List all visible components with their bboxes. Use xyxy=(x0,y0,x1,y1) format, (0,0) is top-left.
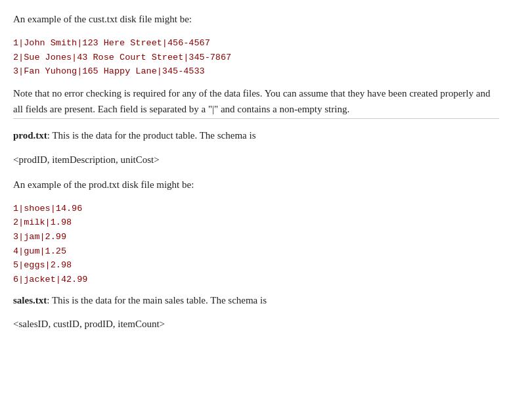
sales-schema-section: <salesID, custID, prodID, itemCount> xyxy=(13,317,499,332)
prod-code-line-4: 4|gum|1.25 xyxy=(13,244,499,259)
note-section: Note that no error checking is required … xyxy=(13,85,499,119)
cust-code-line-2: 2|Sue Jones|43 Rose Court Street|345-786… xyxy=(13,51,499,65)
sales-schema-text: <salesID, custID, prodID, itemCount> xyxy=(13,317,499,332)
prod-code-line-2: 2|milk|1.98 xyxy=(13,215,499,230)
sales-label: sales.txt xyxy=(13,295,47,305)
prod-intro-rest: : This is the data for the product table… xyxy=(47,130,256,141)
prod-code-block: 1|shoes|14.96 2|milk|1.98 3|jam|2.99 4|g… xyxy=(13,202,499,287)
prod-intro-text: prod.txt: This is the data for the produ… xyxy=(13,128,499,143)
prod-label: prod.txt xyxy=(13,130,47,141)
cust-example-intro: An example of the cust.txt disk file mig… xyxy=(13,12,499,27)
note-text: Note that no error checking is required … xyxy=(13,85,499,119)
prod-code-line-1: 1|shoes|14.96 xyxy=(13,202,499,216)
prod-code-line-5: 5|eggs|2.98 xyxy=(13,258,499,273)
prod-example-intro-section: An example of the prod.txt disk file mig… xyxy=(13,177,499,192)
sales-intro-section: sales.txt: This is the data for the main… xyxy=(13,293,499,308)
cust-code-line-3: 3|Fan Yuhong|165 Happy Lane|345-4533 xyxy=(13,64,499,79)
prod-schema-section: <prodID, itemDescription, unitCost> xyxy=(13,152,499,168)
prod-code-line-6: 6|jacket|42.99 xyxy=(13,273,499,287)
cust-code-block: 1|John Smith|123 Here Street|456-4567 2|… xyxy=(13,36,499,79)
prod-intro-section: prod.txt: This is the data for the produ… xyxy=(13,128,499,143)
prod-code-line-3: 3|jam|2.99 xyxy=(13,230,499,244)
sales-intro-text: sales.txt: This is the data for the main… xyxy=(13,293,499,308)
prod-example-intro: An example of the prod.txt disk file mig… xyxy=(13,177,499,192)
sales-intro-rest: : This is the data for the main sales ta… xyxy=(47,295,267,305)
prod-schema-text: <prodID, itemDescription, unitCost> xyxy=(13,152,499,168)
intro-example-section: An example of the cust.txt disk file mig… xyxy=(13,12,499,27)
cust-code-line-1: 1|John Smith|123 Here Street|456-4567 xyxy=(13,36,499,51)
